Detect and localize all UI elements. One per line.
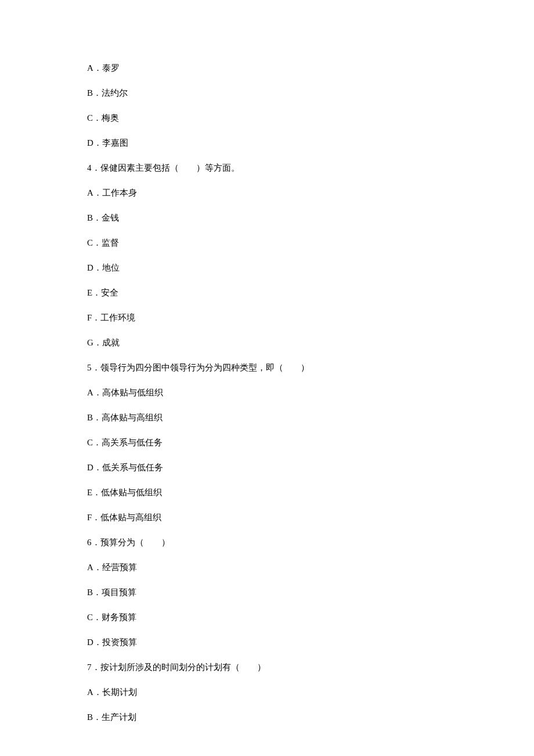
question-4: 4．保健因素主要包括（ ）等方面。: [87, 164, 447, 172]
question-7: 7．按计划所涉及的时间划分的计划有（ ）: [87, 663, 447, 672]
option-b: B．金钱: [87, 214, 447, 222]
option-g: G．成就: [87, 339, 447, 347]
option-a: A．泰罗: [87, 64, 447, 73]
option-b: B．法约尔: [87, 89, 447, 98]
option-c: C．财务预算: [87, 613, 447, 622]
option-b: B．生产计划: [87, 713, 447, 722]
question-6: 6．预算分为（ ）: [87, 538, 447, 547]
option-d: D．李嘉图: [87, 139, 447, 147]
option-b: B．高体贴与高组织: [87, 413, 447, 422]
option-a: A．高体贴与低组织: [87, 388, 447, 397]
option-f: F．低体贴与高组织: [87, 513, 447, 522]
option-c: C．监督: [87, 239, 447, 247]
option-a: A．经营预算: [87, 563, 447, 572]
document-page: A．泰罗 B．法约尔 C．梅奥 D．李嘉图 4．保健因素主要包括（ ）等方面。 …: [0, 0, 534, 756]
option-c: C．高关系与低任务: [87, 438, 447, 447]
question-5: 5．领导行为四分图中领导行为分为四种类型，即（ ）: [87, 363, 447, 372]
option-d: D．低关系与低任务: [87, 463, 447, 472]
option-a: A．工作本身: [87, 189, 447, 197]
option-a: A．长期计划: [87, 688, 447, 697]
option-d: D．地位: [87, 264, 447, 272]
option-b: B．项目预算: [87, 588, 447, 597]
option-d: D．投资预算: [87, 638, 447, 647]
option-e: E．安全: [87, 289, 447, 297]
option-f: F．工作环境: [87, 314, 447, 322]
option-e: E．低体贴与低组织: [87, 488, 447, 497]
option-c: C．梅奥: [87, 114, 447, 123]
